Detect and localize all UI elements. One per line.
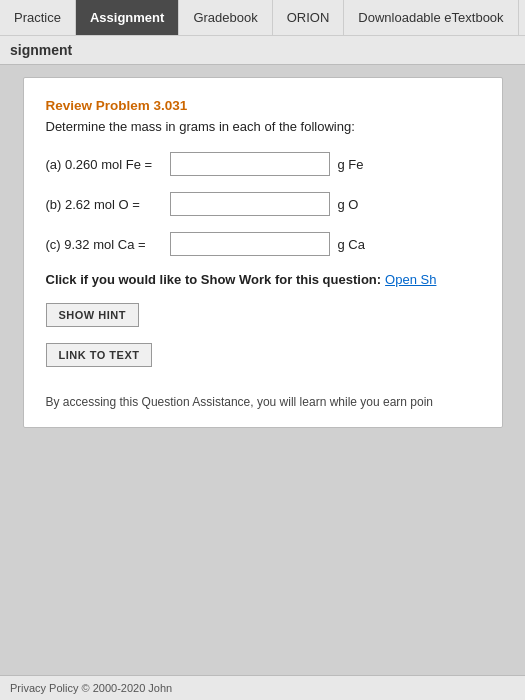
unit-label-a: g Fe: [338, 157, 364, 172]
hint-section: SHOW HINT: [46, 303, 480, 335]
show-work-label: Click if you would like to Show Work for…: [46, 272, 382, 287]
show-work-row: Click if you would like to Show Work for…: [46, 272, 480, 287]
answer-input-a[interactable]: [170, 152, 330, 176]
link-text-section: LINK TO TEXT: [46, 343, 480, 383]
main-area: Review Problem 3.031 Determine the mass …: [0, 65, 525, 685]
problem-label-a: (a) 0.260 mol Fe =: [46, 157, 166, 172]
nav-item-practice[interactable]: Practice: [0, 0, 76, 35]
problem-label-c: (c) 9.32 mol Ca =: [46, 237, 166, 252]
problem-title: Review Problem 3.031: [46, 98, 480, 113]
problem-row-c: (c) 9.32 mol Ca =g Ca: [46, 232, 480, 256]
page-title: signment: [0, 36, 525, 65]
unit-label-b: g O: [338, 197, 359, 212]
problem-description: Determine the mass in grams in each of t…: [46, 119, 480, 134]
bottom-bar: Privacy Policy © 2000-2020 John: [0, 675, 525, 700]
show-hint-button[interactable]: SHOW HINT: [46, 303, 139, 327]
nav-item-gradebook[interactable]: Gradebook: [179, 0, 272, 35]
problem-label-b: (b) 2.62 mol O =: [46, 197, 166, 212]
answer-input-b[interactable]: [170, 192, 330, 216]
unit-label-c: g Ca: [338, 237, 365, 252]
link-to-text-button[interactable]: LINK TO TEXT: [46, 343, 153, 367]
problem-row-b: (b) 2.62 mol O =g O: [46, 192, 480, 216]
nav-item-downloadable-etextbook[interactable]: Downloadable eTextbook: [344, 0, 518, 35]
open-show-work-link[interactable]: Open Sh: [385, 272, 436, 287]
footer-note: By accessing this Question Assistance, y…: [46, 393, 480, 411]
nav-item-orion[interactable]: ORION: [273, 0, 345, 35]
nav-bar: PracticeAssignmentGradebookORIONDownload…: [0, 0, 525, 36]
content-card: Review Problem 3.031 Determine the mass …: [23, 77, 503, 428]
answer-input-c[interactable]: [170, 232, 330, 256]
problem-row-a: (a) 0.260 mol Fe =g Fe: [46, 152, 480, 176]
nav-item-assignment[interactable]: Assignment: [76, 0, 179, 35]
